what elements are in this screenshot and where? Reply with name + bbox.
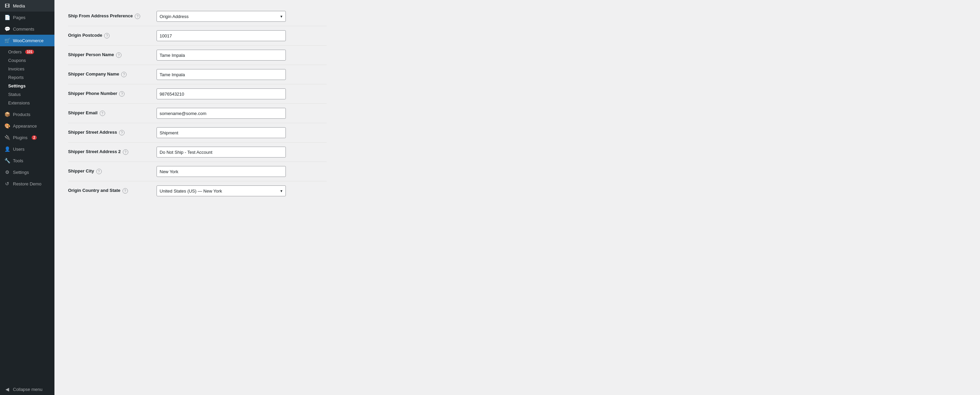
sidebar-item-restore-demo[interactable]: ↺ Restore Demo [0, 178, 54, 190]
label-wrap-origin_country_state: Origin Country and State? [68, 185, 156, 194]
sidebar-label-media: Media [13, 3, 25, 8]
sidebar-item-products[interactable]: 📦 Products [0, 108, 54, 120]
sidebar-item-coupons[interactable]: Coupons [0, 56, 54, 65]
input-wrap-shipper_street_address [156, 127, 327, 138]
sidebar-label-pages: Pages [13, 15, 25, 20]
sidebar-item-users[interactable]: 👤 Users [0, 143, 54, 155]
help-icon-shipper_city[interactable]: ? [96, 169, 102, 174]
woocommerce-submenu: Orders 101 Coupons Invoices Reports Sett… [0, 46, 54, 108]
input-wrap-origin_country_state: United States (US) — New YorkUnited Stat… [156, 185, 327, 196]
form-row-shipper_city: Shipper City? [68, 162, 327, 182]
help-icon-shipper_company_name[interactable]: ? [121, 72, 127, 77]
sidebar-label-appearance: Appearance [13, 124, 37, 129]
input-shipper_person_name[interactable] [156, 50, 286, 61]
sidebar-item-status[interactable]: Status [0, 90, 54, 99]
users-icon: 👤 [4, 146, 10, 152]
help-icon-shipper_email[interactable]: ? [100, 111, 105, 116]
appearance-icon: 🎨 [4, 123, 10, 129]
main-content: Ship From Address Preference?Origin Addr… [54, 0, 980, 395]
form-row-origin_country_state: Origin Country and State?United States (… [68, 182, 327, 201]
sidebar-item-appearance[interactable]: 🎨 Appearance [0, 120, 54, 132]
coupons-label: Coupons [8, 58, 26, 63]
label-wrap-origin_postcode: Origin Postcode? [68, 30, 156, 38]
sidebar-item-reports[interactable]: Reports [0, 73, 54, 82]
input-shipper_city[interactable] [156, 166, 286, 177]
label-shipper_person_name: Shipper Person Name [68, 52, 114, 58]
help-icon-ship_from_address_preference[interactable]: ? [135, 14, 140, 19]
input-wrap-shipper_email [156, 108, 327, 119]
help-icon-shipper_street_address_2[interactable]: ? [123, 149, 128, 155]
input-shipper_email[interactable] [156, 108, 286, 119]
sidebar-item-woocommerce[interactable]: 🛒 WooCommerce [0, 35, 54, 46]
orders-label: Orders [8, 49, 22, 54]
woocommerce-arrow [52, 38, 54, 43]
label-origin_postcode: Origin Postcode [68, 32, 102, 38]
collapse-icon: ◀ [4, 386, 10, 392]
input-wrap-shipper_city [156, 166, 327, 177]
reports-label: Reports [8, 75, 24, 80]
plugins-icon: 🔌 [4, 134, 10, 140]
sidebar-label-plugins: Plugins [13, 135, 27, 140]
sidebar-item-settings[interactable]: Settings [0, 82, 54, 90]
settings-form: Ship From Address Preference?Origin Addr… [68, 7, 327, 201]
label-shipper_city: Shipper City [68, 168, 94, 174]
input-wrap-shipper_street_address_2 [156, 147, 327, 158]
form-row-origin_postcode: Origin Postcode? [68, 26, 327, 46]
input-shipper_company_name[interactable] [156, 69, 286, 80]
help-icon-origin_postcode[interactable]: ? [104, 33, 110, 38]
label-shipper_street_address_2: Shipper Street Address 2 [68, 149, 121, 155]
label-shipper_company_name: Shipper Company Name [68, 71, 119, 77]
sidebar-item-tools[interactable]: 🔧 Tools [0, 155, 54, 166]
label-shipper_street_address: Shipper Street Address [68, 129, 117, 135]
label-wrap-shipper_person_name: Shipper Person Name? [68, 50, 156, 58]
label-shipper_email: Shipper Email [68, 110, 98, 116]
sidebar-item-pages[interactable]: 📄 Pages [0, 11, 54, 23]
help-icon-origin_country_state[interactable]: ? [123, 188, 128, 194]
settings-gear-icon: ⚙ [4, 169, 10, 175]
invoices-label: Invoices [8, 66, 24, 72]
input-wrap-origin_postcode [156, 30, 327, 41]
sidebar-item-media[interactable]: 🎞 Media [0, 0, 54, 11]
sidebar-label-users: Users [13, 147, 24, 152]
input-origin_postcode[interactable] [156, 30, 286, 41]
sidebar-item-extensions[interactable]: Extensions [0, 99, 54, 107]
sidebar-item-comments[interactable]: 💬 Comments [0, 23, 54, 35]
help-icon-shipper_phone_number[interactable]: ? [119, 91, 124, 97]
select-wrap-ship_from_address_preference: Origin AddressStore AddressCustom Addres… [156, 11, 286, 22]
restore-icon: ↺ [4, 181, 10, 187]
media-icon: 🎞 [4, 3, 10, 9]
sidebar-label-collapse: Collapse menu [13, 387, 43, 392]
comments-icon: 💬 [4, 26, 10, 32]
sidebar-collapse-button[interactable]: ◀ Collapse menu [0, 384, 54, 395]
sidebar-item-orders[interactable]: Orders 101 [0, 48, 54, 56]
products-icon: 📦 [4, 111, 10, 117]
sidebar-label-woocommerce: WooCommerce [13, 38, 43, 43]
input-shipper_phone_number[interactable] [156, 88, 286, 99]
label-wrap-shipper_company_name: Shipper Company Name? [68, 69, 156, 77]
sidebar-item-plugins[interactable]: 🔌 Plugins 2 [0, 132, 54, 143]
orders-badge: 101 [25, 50, 34, 54]
select-ship_from_address_preference[interactable]: Origin AddressStore AddressCustom Addres… [156, 11, 286, 22]
sidebar-label-restore-demo: Restore Demo [13, 182, 41, 186]
label-ship_from_address_preference: Ship From Address Preference [68, 13, 133, 19]
input-wrap-shipper_company_name [156, 69, 327, 80]
sidebar-item-invoices[interactable]: Invoices [0, 65, 54, 73]
input-shipper_street_address_2[interactable] [156, 147, 286, 158]
label-wrap-shipper_email: Shipper Email? [68, 108, 156, 116]
help-icon-shipper_person_name[interactable]: ? [116, 53, 121, 58]
input-wrap-shipper_person_name [156, 50, 327, 61]
label-origin_country_state: Origin Country and State [68, 188, 121, 194]
label-wrap-shipper_street_address_2: Shipper Street Address 2? [68, 147, 156, 155]
label-wrap-shipper_street_address: Shipper Street Address? [68, 127, 156, 135]
label-wrap-shipper_city: Shipper City? [68, 166, 156, 174]
select-origin_country_state[interactable]: United States (US) — New YorkUnited Stat… [156, 185, 286, 196]
sidebar: 🎞 Media 📄 Pages 💬 Comments 🛒 WooCommerce… [0, 0, 54, 395]
select-wrap-origin_country_state: United States (US) — New YorkUnited Stat… [156, 185, 286, 196]
form-row-shipper_street_address_2: Shipper Street Address 2? [68, 143, 327, 162]
input-shipper_street_address[interactable] [156, 127, 286, 138]
label-wrap-ship_from_address_preference: Ship From Address Preference? [68, 11, 156, 19]
help-icon-shipper_street_address[interactable]: ? [119, 130, 124, 135]
sidebar-item-settings-main[interactable]: ⚙ Settings [0, 166, 54, 178]
form-row-shipper_street_address: Shipper Street Address? [68, 123, 327, 143]
sidebar-label-settings-main: Settings [13, 170, 29, 175]
